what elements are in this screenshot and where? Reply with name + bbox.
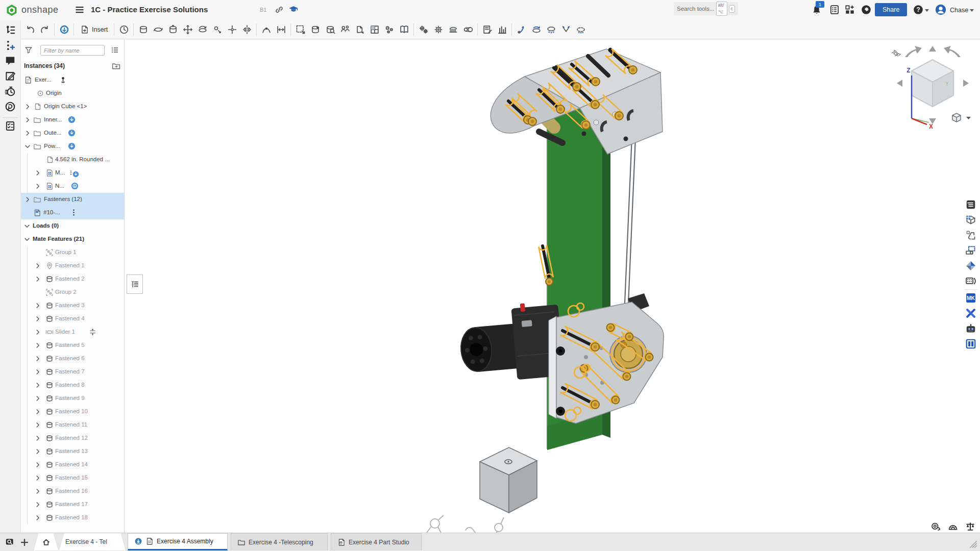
- named-positions-icon[interactable]: [529, 22, 544, 37]
- measure-align-icon[interactable]: [274, 22, 288, 37]
- user-avatar[interactable]: [935, 4, 946, 15]
- expand-chevron-icon[interactable]: [23, 222, 31, 230]
- expand-chevron-icon[interactable]: [34, 461, 41, 468]
- share-link-icon[interactable]: [275, 5, 284, 14]
- expand-chevron-icon[interactable]: [34, 382, 41, 389]
- gear-relation-icon[interactable]: [431, 22, 446, 37]
- relations-gears-icon[interactable]: [416, 22, 431, 37]
- update-sync-icon[interactable]: [57, 22, 71, 37]
- follow-mode-icon[interactable]: [5, 101, 16, 112]
- mate-row-17[interactable]: Fastened 15: [21, 471, 124, 485]
- expand-chevron-icon[interactable]: [34, 395, 41, 402]
- mate-row-20[interactable]: Fastened 18: [21, 511, 124, 524]
- derived-part-icon[interactable]: [352, 22, 367, 37]
- expand-chevron-icon[interactable]: [34, 448, 41, 455]
- belt-relation-icon[interactable]: [460, 22, 475, 37]
- tab-home[interactable]: [34, 533, 58, 550]
- instance-row-2[interactable]: Origin Cube <1>: [21, 100, 124, 113]
- version-badge[interactable]: B1: [260, 7, 266, 13]
- app-store-icon[interactable]: [844, 4, 855, 15]
- expand-chevron-icon[interactable]: [23, 236, 31, 243]
- mirror-part-icon[interactable]: [239, 22, 254, 37]
- publication-icon[interactable]: [397, 22, 411, 37]
- corner-resize-grip[interactable]: [969, 540, 978, 549]
- help-icon[interactable]: ?: [913, 4, 924, 15]
- tab-exercise-4-telescoping[interactable]: Exercise 4 -Telescoping: [231, 533, 328, 550]
- instance-row-6[interactable]: 4.562 in. Rounded ...: [21, 153, 124, 166]
- expand-chevron-icon[interactable]: [34, 262, 41, 269]
- expand-chevron-icon[interactable]: [34, 183, 41, 190]
- expand-chevron-icon[interactable]: [34, 355, 41, 362]
- shortcut-keys-app-icon[interactable]: [964, 274, 978, 288]
- filter-input[interactable]: Filter by name: [40, 45, 105, 56]
- move-to-folder-icon[interactable]: [112, 62, 120, 70]
- expand-chevron-icon[interactable]: [34, 315, 41, 322]
- help-caret-icon[interactable]: [925, 9, 929, 12]
- list-options-icon[interactable]: [111, 46, 119, 54]
- instance-row-10[interactable]: #10-...: [21, 206, 124, 219]
- mate-row-2[interactable]: Fastened 2: [21, 272, 124, 286]
- search-tabs-icon[interactable]: [5, 537, 15, 547]
- 3d-viewport[interactable]: TopFrontRightYZX: [125, 40, 980, 533]
- update-badge-icon[interactable]: [68, 142, 76, 150]
- mate-row-18[interactable]: Fastened 16: [21, 485, 124, 498]
- mate-row-9[interactable]: Fastened 7: [21, 365, 124, 379]
- mate-row-15[interactable]: Fastened 13: [21, 445, 124, 458]
- insert-part-app-icon[interactable]: [964, 228, 978, 242]
- panel-list-app-icon[interactable]: [964, 197, 978, 212]
- slider-limits-icon[interactable]: [89, 328, 96, 336]
- mate-row-6[interactable]: Slider 1: [21, 325, 124, 339]
- expand-chevron-icon[interactable]: [34, 368, 41, 375]
- section-tool-app-icon[interactable]: [964, 243, 978, 258]
- mate-row-3[interactable]: Group 2: [21, 286, 124, 299]
- cylindrical-mate-icon[interactable]: [165, 22, 180, 37]
- mates-section-header[interactable]: Mate Features (21): [21, 233, 124, 246]
- expand-chevron-icon[interactable]: [34, 408, 41, 415]
- mate-row-13[interactable]: Fastened 11: [21, 418, 124, 432]
- rollback-clock-icon[interactable]: [116, 22, 131, 37]
- expand-chevron-icon[interactable]: [34, 474, 41, 482]
- instance-row-7[interactable]: M...: [21, 166, 124, 180]
- expand-chevron-icon[interactable]: [34, 329, 41, 336]
- mate-row-0[interactable]: Group 1: [21, 246, 124, 259]
- expand-chevron-icon[interactable]: [34, 342, 41, 349]
- expand-chevron-icon[interactable]: [34, 421, 41, 429]
- rack-relation-icon[interactable]: [446, 22, 460, 37]
- collapse-panel-button[interactable]: [127, 274, 143, 294]
- instance-row-9[interactable]: Fasteners (12): [21, 193, 124, 206]
- expand-chevron-icon[interactable]: [34, 435, 41, 442]
- mate-row-14[interactable]: Fastened 12: [21, 432, 124, 445]
- comments-icon[interactable]: [5, 55, 16, 66]
- view-cube[interactable]: TopFrontRightYZX: [891, 45, 975, 129]
- explode-view-icon[interactable]: [514, 22, 529, 37]
- x-app-icon[interactable]: [964, 306, 978, 320]
- tape-measure-icon[interactable]: [930, 521, 941, 532]
- pattern-table-icon[interactable]: [367, 22, 382, 37]
- sync-badge-icon[interactable]: [71, 182, 79, 190]
- filter-funnel-icon[interactable]: [24, 46, 33, 54]
- table-stats-icon[interactable]: [495, 22, 509, 37]
- mate-row-19[interactable]: Fastened 17: [21, 498, 124, 511]
- expand-chevron-icon[interactable]: [24, 196, 31, 203]
- insert-button[interactable]: Insert: [76, 23, 112, 36]
- instance-row-8[interactable]: N...: [21, 180, 124, 193]
- new-tab-plus-icon[interactable]: [19, 537, 30, 547]
- search-parts-icon[interactable]: [323, 22, 337, 37]
- mate-row-16[interactable]: Fastened 14: [21, 458, 124, 471]
- instance-row-1[interactable]: Origin: [21, 87, 124, 100]
- update-badge-icon[interactable]: [72, 171, 79, 178]
- collaborate-icon[interactable]: [337, 22, 352, 37]
- ai-assistant-icon[interactable]: [861, 4, 872, 15]
- feature-structure-icon[interactable]: [5, 24, 16, 36]
- snap-mode-icon[interactable]: [259, 22, 274, 37]
- update-badge-icon[interactable]: [68, 116, 76, 123]
- checklist-icon[interactable]: [5, 120, 16, 132]
- mk-app-icon[interactable]: MK: [964, 291, 978, 305]
- section-view-icon[interactable]: [558, 22, 573, 37]
- redo-icon[interactable]: [37, 22, 52, 37]
- mate-row-7[interactable]: Fastened 5: [21, 339, 124, 352]
- user-name[interactable]: Chase: [950, 7, 968, 14]
- appearance-scatter-icon[interactable]: [382, 22, 397, 37]
- instance-row-5[interactable]: Pow...: [21, 140, 124, 153]
- tab-exercise-4-part-studio[interactable]: Exercise 4 Part Studio: [331, 533, 422, 550]
